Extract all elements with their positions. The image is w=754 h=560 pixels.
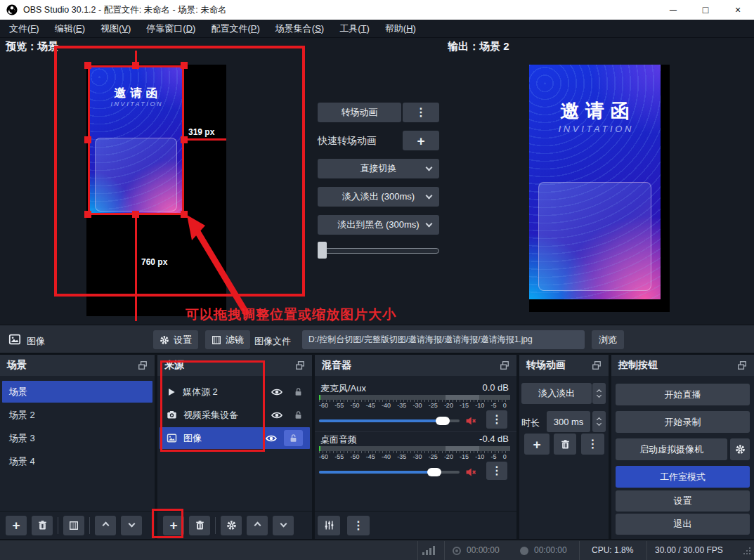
- record-status-icon: [520, 547, 528, 555]
- scenes-dock-header: 场景: [0, 355, 155, 376]
- volume-slider-handle[interactable]: [436, 417, 450, 425]
- visibility-eye-icon[interactable]: [271, 386, 282, 398]
- mute-speaker-icon[interactable]: [465, 415, 476, 426]
- filter-icon: [69, 521, 79, 530]
- quick-transition-1-dropdown[interactable]: 淡入淡出 (300ms): [318, 187, 439, 207]
- selection-handle-top-right[interactable]: [181, 62, 188, 69]
- remove-source-button[interactable]: [189, 516, 210, 535]
- poster-subtitle: INVITATION: [88, 100, 184, 108]
- db-tick-label: -15: [460, 402, 469, 409]
- audio-level-meter: [319, 395, 510, 400]
- add-quick-transition-button[interactable]: +: [403, 131, 439, 150]
- scene-item[interactable]: 场景 3: [2, 427, 152, 449]
- browse-button[interactable]: 浏览: [592, 330, 624, 349]
- source-item-capture-device[interactable]: 视频采集设备: [160, 404, 310, 426]
- menu-file[interactable]: 文件(F): [1, 20, 47, 38]
- chevron-down-icon: [597, 421, 602, 426]
- scene-item[interactable]: 场景: [2, 381, 152, 403]
- selection-handle-mid-left[interactable]: [84, 136, 91, 143]
- menu-scene-collection[interactable]: 场景集合(S): [268, 20, 332, 38]
- invitation-poster-image[interactable]: 邀请函 INVITATION: [88, 65, 184, 214]
- selection-handle-bottom-left[interactable]: [84, 211, 91, 218]
- channel-options-button[interactable]: ⋮: [486, 410, 507, 429]
- duration-spinner[interactable]: [592, 411, 606, 432]
- channel-options-button[interactable]: ⋮: [486, 462, 507, 480]
- scene-item[interactable]: 场景 4: [2, 450, 152, 472]
- start-virtual-camera-button[interactable]: 启动虚拟摄像机: [616, 438, 727, 460]
- transition-duration-slider-handle[interactable]: [318, 242, 327, 259]
- menu-profile[interactable]: 配置文件(P): [203, 20, 267, 38]
- visibility-eye-icon[interactable]: [266, 433, 277, 444]
- volume-slider[interactable]: [319, 471, 460, 474]
- selection-handle-bottom-right[interactable]: [181, 211, 188, 218]
- mute-speaker-icon[interactable]: [465, 467, 476, 478]
- add-source-button[interactable]: +: [163, 516, 184, 535]
- lock-icon[interactable]: [294, 387, 303, 396]
- scene-transition-dropdown[interactable]: 直接切换: [318, 159, 439, 178]
- remove-scene-button[interactable]: [32, 516, 53, 535]
- window-controls: ─ □ ×: [657, 0, 754, 20]
- move-source-up-button[interactable]: [247, 516, 268, 535]
- volume-slider[interactable]: [319, 419, 460, 422]
- selection-handle-top-left[interactable]: [84, 62, 91, 69]
- db-tick-label: -5: [491, 402, 497, 409]
- selection-handle-bottom-center[interactable]: [132, 211, 139, 218]
- start-recording-button[interactable]: 开始录制: [616, 411, 750, 433]
- transition-select-dropdown[interactable]: 淡入淡出: [521, 383, 592, 404]
- transitions-button[interactable]: 转场动画: [318, 103, 401, 122]
- image-file-path-field[interactable]: D:/控制台切图/完整版切图/邀请海报/邀请海报/邀请海报1.jpg: [302, 330, 585, 349]
- add-transition-button[interactable]: +: [524, 434, 550, 455]
- virtual-camera-config-button[interactable]: [730, 438, 750, 460]
- transition-duration-slider-track[interactable]: [318, 248, 439, 254]
- minimize-button[interactable]: ─: [657, 0, 689, 20]
- close-button[interactable]: ×: [722, 0, 754, 20]
- scene-item[interactable]: 场景 2: [2, 404, 152, 426]
- maximize-button[interactable]: □: [689, 0, 722, 20]
- popout-icon[interactable]: [500, 360, 509, 370]
- settings-button[interactable]: 设置: [616, 490, 750, 512]
- source-item-image[interactable]: 图像: [160, 427, 310, 449]
- studio-mode-button[interactable]: 工作室模式: [616, 466, 750, 488]
- properties-button[interactable]: 设置: [153, 330, 198, 349]
- menu-docks[interactable]: 停靠窗口(D): [138, 20, 203, 38]
- exit-button[interactable]: 退出: [616, 514, 750, 535]
- popout-icon[interactable]: [592, 360, 602, 370]
- scene-item-label: 场景 2: [9, 409, 35, 422]
- preview-canvas[interactable]: 邀请函 INVITATION: [86, 65, 226, 316]
- source-item-media[interactable]: 媒体源 2: [160, 381, 310, 403]
- mixer-options-button[interactable]: ⋮: [347, 516, 370, 535]
- menu-help[interactable]: 帮助(H): [377, 20, 424, 38]
- source-properties-button[interactable]: [221, 516, 242, 535]
- add-scene-button[interactable]: +: [6, 516, 27, 535]
- transitions-more-button[interactable]: ⋮: [403, 103, 439, 122]
- menu-view[interactable]: 视图(V): [93, 20, 138, 38]
- advanced-audio-button[interactable]: [318, 516, 340, 535]
- plus-icon: +: [12, 519, 20, 532]
- popout-icon[interactable]: [138, 360, 148, 370]
- move-source-down-button[interactable]: [273, 516, 294, 535]
- move-scene-down-button[interactable]: [121, 516, 142, 535]
- db-tick-label: -40: [382, 402, 391, 409]
- selection-handle-top-center[interactable]: [132, 62, 139, 69]
- popout-icon[interactable]: [737, 360, 747, 370]
- transition-options-button[interactable]: ⋮: [581, 434, 604, 455]
- volume-slider-handle[interactable]: [427, 468, 441, 476]
- quick-transition-2-dropdown[interactable]: 淡出到黑色 (300ms): [318, 215, 439, 235]
- duration-spinbox[interactable]: 300 ms: [547, 411, 590, 432]
- resize-grip[interactable]: [743, 553, 745, 554]
- menu-edit[interactable]: 编辑(E): [47, 20, 93, 38]
- filters-button[interactable]: 滤镜: [205, 330, 250, 349]
- transition-select-spinner[interactable]: [592, 383, 606, 404]
- scene-filters-button[interactable]: [63, 516, 84, 535]
- remove-transition-button[interactable]: [554, 434, 576, 455]
- visibility-eye-icon[interactable]: [271, 410, 282, 421]
- audio-sliders-icon: [324, 520, 334, 530]
- selection-handle-mid-right[interactable]: [181, 136, 188, 143]
- popout-icon[interactable]: [295, 360, 305, 370]
- menu-tools[interactable]: 工具(T): [332, 20, 377, 38]
- lock-icon[interactable]: [284, 430, 303, 446]
- move-scene-up-button[interactable]: [95, 516, 116, 535]
- scene-item-label: 场景 4: [9, 455, 35, 468]
- lock-icon[interactable]: [294, 410, 303, 419]
- start-streaming-button[interactable]: 开始直播: [616, 384, 750, 405]
